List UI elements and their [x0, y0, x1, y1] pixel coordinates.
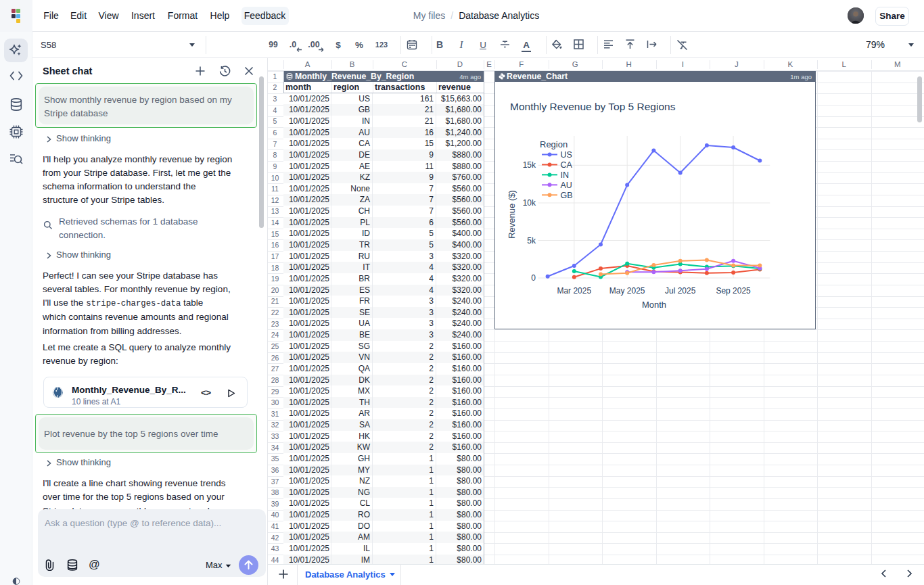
svg-text:AU: AU [561, 181, 572, 190]
svg-text:Monthly Revenue by Top 5 Regio: Monthly Revenue by Top 5 Regions [510, 101, 676, 112]
svg-text:GB: GB [561, 191, 573, 200]
svg-text:Sep 2025: Sep 2025 [716, 286, 751, 296]
svg-text:Month: Month [642, 300, 666, 310]
svg-text:CA: CA [561, 160, 573, 170]
svg-text:Region: Region [540, 139, 568, 149]
svg-text:May 2025: May 2025 [609, 286, 645, 296]
svg-text:IN: IN [561, 170, 570, 180]
svg-text:15k: 15k [523, 160, 536, 170]
svg-text:Revenue ($): Revenue ($) [507, 190, 517, 239]
svg-text:5k: 5k [527, 236, 536, 245]
svg-text:Jul 2025: Jul 2025 [665, 286, 696, 296]
svg-text:Mar 2025: Mar 2025 [557, 286, 591, 296]
svg-text:0: 0 [531, 273, 536, 283]
svg-text:US: US [561, 150, 572, 160]
svg-text:10k: 10k [523, 198, 536, 208]
